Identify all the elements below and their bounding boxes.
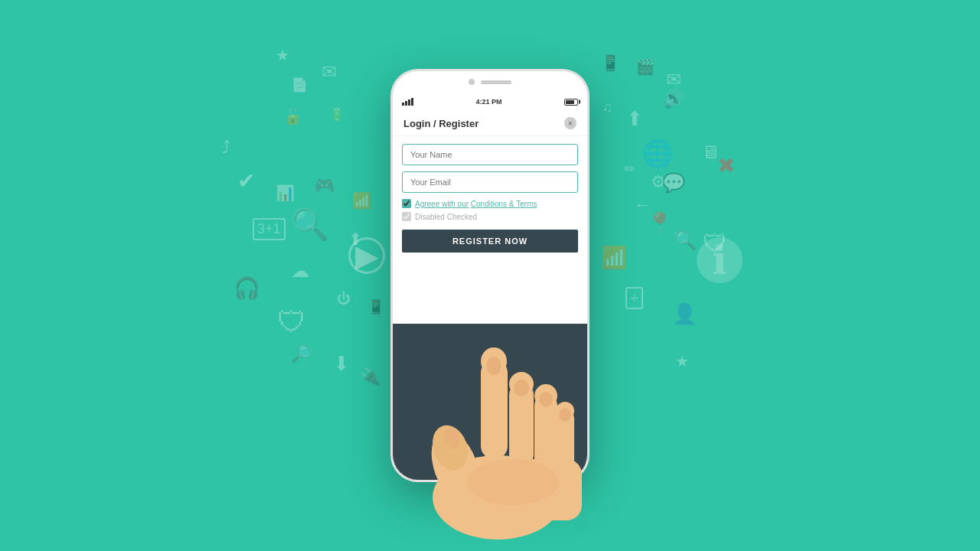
search-icon-large: 🔍 xyxy=(291,207,329,243)
share-icon: ⤴ xyxy=(222,138,230,158)
status-time: 4:21 PM xyxy=(475,98,501,106)
film-icon: 🎬 xyxy=(635,57,655,76)
zoom-in-icon: 🔎 xyxy=(291,344,312,364)
svg-point-13 xyxy=(486,357,501,375)
phone-notch xyxy=(469,79,511,85)
svg-point-14 xyxy=(514,380,529,396)
modal-body: Agreee with our Conditions & Terms Disab… xyxy=(393,136,587,260)
star-icon-1: ★ xyxy=(276,46,289,64)
arrow-up-icon: ⬆ xyxy=(626,107,643,131)
phone-camera xyxy=(469,79,475,85)
battery-indicator xyxy=(564,99,578,106)
svg-point-15 xyxy=(539,392,553,407)
hand-svg xyxy=(413,298,582,543)
divide-icon: ÷ xyxy=(626,287,643,309)
document-icon: 📄 xyxy=(291,77,308,93)
map-pin-icon: 📍 xyxy=(645,210,674,237)
disabled-label: Disabled Checked xyxy=(415,213,477,221)
speaker-icon: 🔊 xyxy=(662,88,685,109)
disabled-checkbox xyxy=(402,212,411,221)
phone-hand-container: 4:21 PM Login / Register × xyxy=(390,69,590,482)
svg-point-16 xyxy=(559,408,571,422)
login-register-modal: Login / Register × Agreee with our Condi… xyxy=(393,109,587,324)
bars-chart-icon: 📊 xyxy=(276,184,295,202)
globe-icon: 🌐 xyxy=(642,138,674,168)
register-button[interactable]: REGISTER NOW xyxy=(402,230,578,253)
check-badge-icon: ✔ xyxy=(237,168,255,194)
hand-illustration xyxy=(413,298,582,543)
star-icon-right: ★ xyxy=(675,352,689,370)
headphone-icon: 🎧 xyxy=(234,276,260,301)
music-icon: ♫ xyxy=(603,99,613,116)
gamepad-icon: 🎮 xyxy=(314,176,335,196)
user-plus-icon: 👤 xyxy=(672,302,697,326)
status-bar: 4:21 PM xyxy=(393,94,587,109)
wifi-icon-left: 📶 xyxy=(352,191,371,210)
agree-checkbox-row: Agreee with our Conditions & Terms xyxy=(402,199,578,208)
wifi-icon-right: 📶 xyxy=(601,245,628,270)
tablet-icon: 📱 xyxy=(368,298,384,315)
disabled-checkbox-row: Disabled Checked xyxy=(402,212,578,221)
play-circle-icon: ▶ xyxy=(348,237,385,274)
email-input[interactable] xyxy=(402,171,578,193)
agree-label: Agreee with our Conditions & Terms xyxy=(415,200,537,208)
power-icon: ⏻ xyxy=(337,291,351,307)
signal-strength xyxy=(402,98,413,106)
modal-title: Login / Register xyxy=(403,118,479,129)
shield-check-icon: 🛡 xyxy=(277,306,306,339)
pencil-icon: ✏ xyxy=(624,161,635,178)
plug-icon: 🔌 xyxy=(360,367,381,387)
unlock-icon: 🔓 xyxy=(283,107,302,126)
envelope-icon-1: ✉ xyxy=(322,61,337,83)
speech-bubble-icon: 💬 xyxy=(662,172,685,194)
modal-header: Login / Register × xyxy=(393,109,587,136)
battery-icon-bg: 🔋 xyxy=(329,107,345,122)
phone-icon-right: 📱 xyxy=(601,54,620,72)
cloud-icon: ☁ xyxy=(291,260,309,282)
phone-speaker xyxy=(481,80,511,84)
zoom-out-icon: 🔍 xyxy=(674,230,697,251)
counter-icon: 3+1 xyxy=(253,218,286,240)
modal-close-button[interactable]: × xyxy=(564,117,577,129)
error-icon: ✖ xyxy=(717,153,735,178)
name-input[interactable] xyxy=(402,144,578,165)
mail-icon-right: ✉ xyxy=(666,69,681,90)
arrow-down-icon: ⬇ xyxy=(333,352,350,376)
info-badge-icon: ℹ xyxy=(697,237,743,283)
svg-point-17 xyxy=(467,459,559,505)
agree-checkbox[interactable] xyxy=(402,199,411,208)
